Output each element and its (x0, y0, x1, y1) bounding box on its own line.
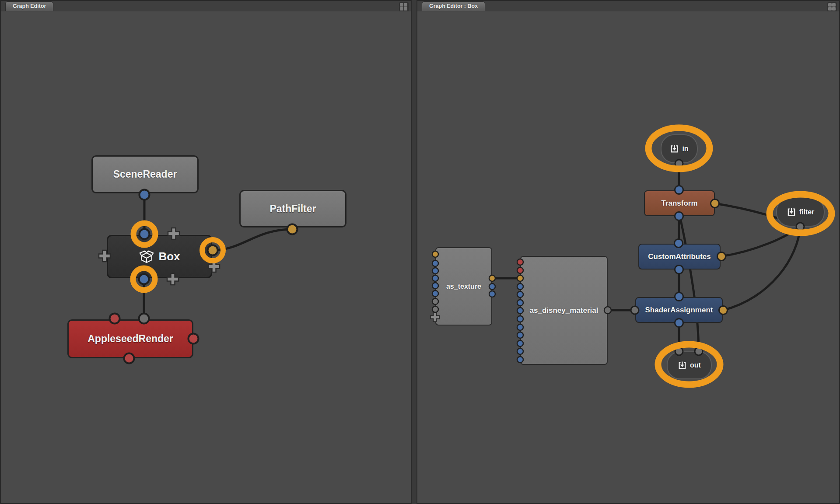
node-out[interactable]: out (667, 351, 712, 379)
node-label: CustomAttributes (648, 252, 711, 261)
node-in[interactable]: in (661, 134, 698, 163)
node-shaderassignment[interactable]: ShaderAssignment (635, 297, 723, 323)
node-asdisneymaterial[interactable]: as_disney_material (520, 256, 608, 365)
grid-cell (400, 3, 403, 7)
edge-filter-shaderassignment (723, 227, 800, 310)
promoted-plug-icon (678, 361, 687, 370)
tabbar: Graph Editor (1, 1, 411, 12)
edge-pathfilter-box (213, 229, 292, 250)
node-label: SceneReader (113, 168, 177, 180)
promoted-plug-icon (670, 144, 679, 154)
graph-editor-panel-left: Graph Editor SceneReader Box PathFilte (0, 0, 412, 504)
node-label: AppleseedRender (88, 333, 173, 345)
grid-cell (832, 3, 836, 7)
tabbar: Graph Editor : Box (417, 1, 839, 12)
node-label: as_disney_material (530, 306, 598, 315)
node-pathfilter[interactable]: PathFilter (239, 190, 346, 228)
panel-layout-grid-icon[interactable] (827, 2, 837, 12)
grid-cell (404, 7, 407, 10)
node-label: ShaderAssignment (645, 306, 713, 315)
node-filter[interactable]: filter (776, 197, 825, 227)
node-label: as_texture (446, 283, 481, 290)
node-box[interactable]: Box (107, 235, 212, 278)
panel-layout-grid-icon[interactable] (399, 2, 409, 12)
grid-cell (400, 7, 403, 10)
graph-viewport-right[interactable]: in Transform filter CustomAttributes Sha… (417, 11, 839, 503)
node-label: Box (158, 250, 180, 263)
tab-graph-editor[interactable]: Graph Editor (5, 1, 53, 11)
node-label: Transform (661, 199, 697, 208)
node-scenereader[interactable]: SceneReader (91, 155, 199, 193)
grid-cell (828, 7, 832, 10)
edge-transform-out (680, 216, 699, 351)
edge-filter-customattributes (721, 227, 800, 256)
graph-viewport-left[interactable]: SceneReader Box PathFilter AppleseedRend… (1, 11, 411, 503)
grid-cell (404, 3, 407, 7)
node-label: PathFilter (270, 203, 316, 215)
grid-cell (828, 3, 832, 7)
grid-cell (832, 7, 836, 10)
graph-editor-panel-right: Graph Editor : Box (416, 0, 840, 504)
node-transform[interactable]: Transform (644, 190, 715, 216)
node-appleseedrender[interactable]: AppleseedRender (67, 319, 193, 358)
node-astexture[interactable]: as_texture (435, 247, 492, 326)
box-icon (139, 250, 154, 264)
node-label: in (682, 145, 688, 153)
promoted-plug-icon (787, 207, 796, 217)
node-label: filter (799, 208, 815, 216)
tab-graph-editor-box[interactable]: Graph Editor : Box (422, 1, 485, 11)
node-customattributes[interactable]: CustomAttributes (638, 244, 721, 270)
node-label: out (690, 361, 701, 369)
